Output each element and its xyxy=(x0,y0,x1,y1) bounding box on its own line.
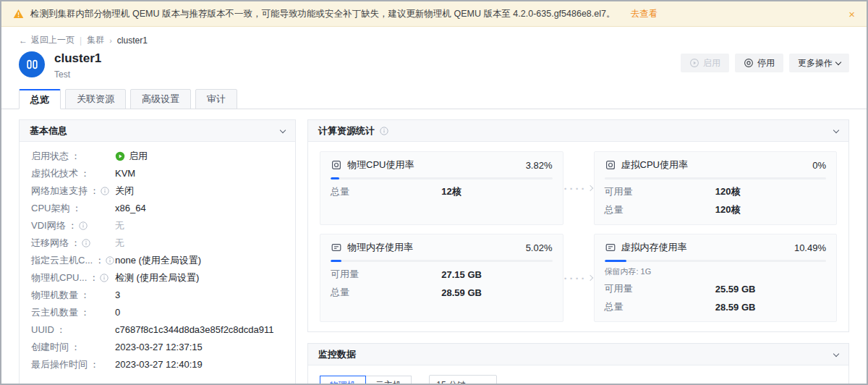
stats-grid: 物理CPU使用率 3.82% 总量 12核 ···· xyxy=(308,142,848,331)
info-row-vm-cpu-model: 指定云主机C...： none (使用全局设置) xyxy=(31,255,284,266)
stat-card-virtual-memory: 虚拟内存使用率 10.49% 保留内存: 1G 可用量 25.59 GB 总量 … xyxy=(594,234,838,322)
info-value: c7687f8c1c344d8da3e85f2c8dcda911 xyxy=(115,325,284,335)
monitor-panel: 监控数据 物理机 云主机 - 15 分钟 xyxy=(307,343,849,385)
usage-bar xyxy=(331,177,553,179)
enable-button-label: 启用 xyxy=(703,57,720,69)
info-value: 2023-03-27 12:37:15 xyxy=(115,342,284,352)
tab-audit[interactable]: 审计 xyxy=(195,89,237,109)
info-label: 物理机数量 xyxy=(31,290,78,300)
cpu-icon xyxy=(605,159,616,171)
cluster-icon xyxy=(25,58,39,71)
collapse-chevron-icon[interactable] xyxy=(281,130,285,132)
info-icon[interactable] xyxy=(100,274,109,282)
more-actions-button[interactable]: 更多操作 xyxy=(789,54,849,72)
controls-separator: - xyxy=(419,380,422,385)
info-row-host-cpu: 物理机CPU...： 检测 (使用全局设置) xyxy=(31,273,284,283)
stop-circle-icon xyxy=(744,58,754,68)
info-icon[interactable] xyxy=(380,127,388,135)
info-label: 启用状态 xyxy=(31,151,69,161)
stat-row: 可用量 120核 xyxy=(605,185,827,198)
info-icon[interactable] xyxy=(79,221,88,230)
stat-card-virtual-cpu: 虚拟CPU使用率 0% 可用量 120核 总量 120核 xyxy=(594,151,838,225)
collapse-chevron-icon[interactable] xyxy=(834,130,838,132)
memory-icon xyxy=(331,242,342,253)
stat-card-title: 虚拟CPU使用率 xyxy=(621,158,688,172)
breadcrumb-separator: › xyxy=(109,36,112,45)
info-value: 检测 (使用全局设置) xyxy=(115,273,284,283)
info-row-create-time: 创建时间： 2023-03-27 12:37:15 xyxy=(31,342,284,352)
info-icon[interactable] xyxy=(106,256,114,265)
reserved-memory-note: 保留内存: 1G xyxy=(605,266,827,277)
info-value: none (使用全局设置) xyxy=(115,255,284,266)
stat-row: 总量 120核 xyxy=(605,203,827,216)
chevron-down-icon xyxy=(485,381,490,385)
toggle-host[interactable]: 物理机 xyxy=(320,376,366,385)
info-label: 虚拟化技术 xyxy=(31,169,78,179)
tab-related-resources[interactable]: 关联资源 xyxy=(65,89,126,109)
back-arrow-icon: ← xyxy=(19,35,27,46)
stat-row: 可用量 27.15 GB xyxy=(331,268,553,281)
stat-row: 可用量 25.59 GB xyxy=(605,282,827,295)
info-row-vdi-network: VDI网络： 无 xyxy=(31,221,284,231)
page-subtitle: Test xyxy=(54,69,101,80)
info-icon[interactable] xyxy=(101,187,109,195)
info-row-network-accel: 网络加速支持： 关闭 xyxy=(31,186,284,196)
status-running-icon xyxy=(115,151,125,161)
close-icon[interactable]: × xyxy=(848,9,855,20)
info-row-last-op-time: 最后操作时间： 2023-03-27 12:40:19 xyxy=(31,360,284,370)
interval-select[interactable]: 15 分钟 xyxy=(429,375,497,385)
interval-value: 15 分钟 xyxy=(436,379,466,385)
stat-card-title: 物理CPU使用率 xyxy=(347,158,414,172)
info-label: 指定云主机C... xyxy=(31,255,93,266)
usage-bar xyxy=(605,260,827,262)
info-label: 物理机CPU... xyxy=(31,273,87,283)
info-row-cpu-arch: CPU架构： x86_64 xyxy=(31,203,284,213)
info-label: CPU架构 xyxy=(31,203,69,213)
info-row-enable-state: 启用状态： 启用 xyxy=(31,151,284,161)
more-actions-label: 更多操作 xyxy=(798,57,833,69)
toggle-vm[interactable]: 云主机 xyxy=(365,376,412,385)
info-value: 无 xyxy=(115,221,284,231)
info-value: 关闭 xyxy=(115,186,284,196)
basic-info-panel: 基本信息 启用状态： 启用 虚拟化技术： KVM xyxy=(19,119,296,385)
info-row-uuid: UUID： c7687f8c1c344d8da3e85f2c8dcda911 xyxy=(31,325,284,335)
info-value: 0 xyxy=(115,308,284,318)
breadcrumb-section-cluster[interactable]: 集群 xyxy=(87,34,104,46)
go-view-link[interactable]: 去查看 xyxy=(630,8,658,20)
enable-button[interactable]: 启用 xyxy=(681,54,729,72)
cpu-icon xyxy=(331,159,342,171)
monitor-header: 监控数据 xyxy=(308,344,848,365)
info-label: VDI网络 xyxy=(31,221,66,231)
info-label: 云主机数量 xyxy=(31,308,78,318)
stat-card-title: 物理内存使用率 xyxy=(347,241,413,254)
info-value: 3 xyxy=(115,290,284,300)
info-value: 2023-03-27 12:40:19 xyxy=(115,360,284,370)
info-label: 最后操作时间 xyxy=(31,360,88,370)
info-label: 创建时间 xyxy=(31,342,69,352)
warning-message: 检测到集群内部分物理机 QEMU 版本与推荐版本不一致，可能导致功能或安全补丁缺… xyxy=(30,8,615,20)
disable-button[interactable]: 停用 xyxy=(735,54,783,72)
collapse-chevron-icon[interactable] xyxy=(834,353,838,356)
back-label: 返回上一页 xyxy=(31,34,75,46)
page-title: cluster1 xyxy=(54,51,101,66)
flow-arrow-icon: ···· xyxy=(563,234,594,322)
tab-advanced-settings[interactable]: 高级设置 xyxy=(130,89,191,109)
usage-bar xyxy=(605,177,827,179)
stat-card-physical-cpu: 物理CPU使用率 3.82% 总量 12核 xyxy=(320,151,563,225)
memory-icon xyxy=(605,242,616,253)
tab-overview[interactable]: 总览 xyxy=(19,89,61,109)
stat-card-percent: 5.02% xyxy=(526,242,553,253)
warning-banner: 检测到集群内部分物理机 QEMU 版本与推荐版本不一致，可能导致功能或安全补丁缺… xyxy=(1,1,867,27)
info-icon[interactable] xyxy=(82,239,90,248)
chevron-down-icon xyxy=(835,59,841,65)
back-link[interactable]: ← 返回上一页 xyxy=(19,34,75,46)
info-value: 启用 xyxy=(129,151,148,161)
cluster-detail-page: 检测到集群内部分物理机 QEMU 版本与推荐版本不一致，可能导致功能或安全补丁缺… xyxy=(0,0,868,385)
warning-triangle-icon xyxy=(13,9,24,19)
info-value: KVM xyxy=(115,169,284,179)
stat-row: 总量 12核 xyxy=(331,185,553,198)
compute-stats-panel: 计算资源统计 物理CPU使用率 3.82% xyxy=(307,119,849,332)
stat-card-percent: 10.49% xyxy=(794,242,826,253)
info-label: UUID xyxy=(31,325,54,335)
disable-button-label: 停用 xyxy=(757,57,775,69)
